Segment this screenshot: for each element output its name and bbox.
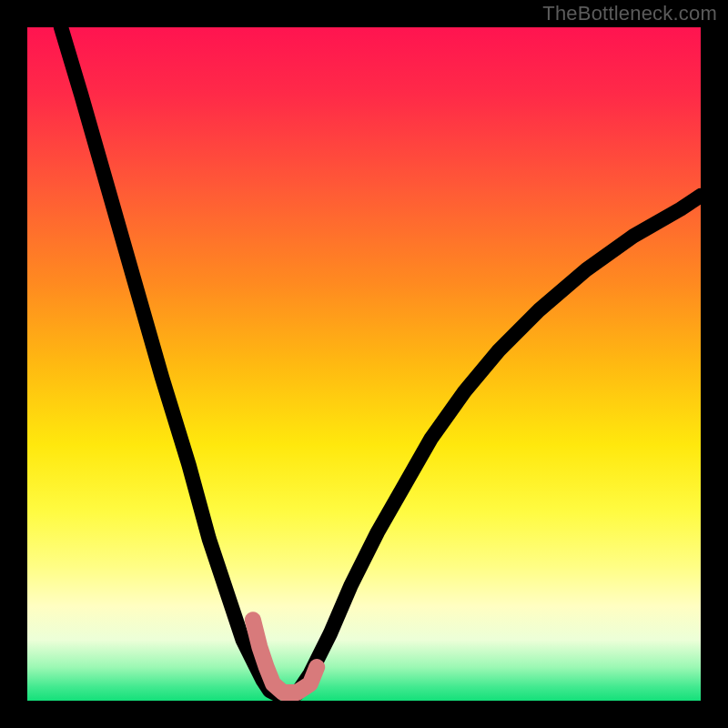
left-branch-curve [61, 27, 277, 694]
right-branch-curve [297, 196, 701, 694]
watermark-label: TheBottleneck.com [542, 2, 717, 25]
plot-area [27, 27, 701, 701]
curve-layer [27, 27, 701, 701]
chart-frame: TheBottleneck.com [0, 0, 728, 728]
